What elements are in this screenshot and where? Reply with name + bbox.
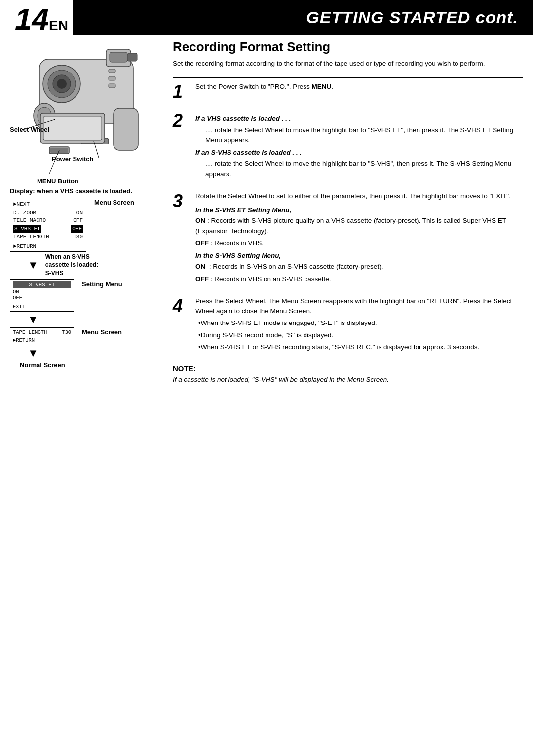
title-bar: GETTING STARTED cont. — [73, 0, 533, 35]
tape-length-row: TAPE LENGTHT30 — [13, 329, 71, 335]
section-title: Recording Format Setting — [173, 39, 523, 55]
svg-point-4 — [57, 79, 67, 89]
setting-screen-row: S-VHS ET ON OFF EXIT Setting Menu — [10, 279, 158, 312]
note-section: NOTE: If a cassette is not loaded, "S-VH… — [173, 360, 523, 385]
title-text: GETTING STARTED — [306, 8, 470, 27]
screen-return-1: ►RETURN — [13, 243, 83, 249]
camera-illustration: Select Wheel Power Switch MENU Button — [10, 39, 158, 182]
step-1: 1 Set the Power Switch to "PRO.". Press … — [173, 77, 523, 101]
step-2: 2 If a VHS cassette is loaded . . . ....… — [173, 107, 523, 181]
svg-rect-11 — [109, 84, 115, 88]
main-content: Select Wheel Power Switch MENU Button Di… — [0, 39, 533, 385]
screen-row-tele: TELE MACROOFF — [13, 216, 83, 225]
page-number: 14EN — [0, 0, 73, 35]
step-num-4: 4 — [173, 296, 190, 354]
header-title: GETTING STARTED cont. — [306, 8, 518, 27]
display-caption: Display: when a VHS cassette is loaded. — [10, 187, 158, 195]
arrow-down-1: ▼ — [28, 259, 38, 272]
menu-screen-label-1: Menu Screen — [94, 198, 134, 206]
step-3-intro: Rotate the Select Wheel to set to either… — [195, 191, 523, 201]
menu-screen-label-2: Menu Screen — [82, 327, 122, 336]
screen-flow: ►NEXT D. ZOOMON TELE MACROOFF S-VHS ETOF… — [10, 198, 158, 374]
step-num-2: 2 — [173, 111, 190, 181]
intro-text: Set the recording format according to th… — [173, 59, 523, 69]
step-2-content: If a VHS cassette is loaded . . . .... r… — [195, 111, 523, 181]
screen-row-next: ►NEXT — [13, 200, 83, 209]
step-4: 4 Press the Select Wheel. The Menu Scree… — [173, 292, 523, 354]
svg-rect-9 — [109, 69, 115, 73]
step-num-1: 1 — [173, 82, 190, 101]
step-1-text: Set the Power Switch to "PRO.". Press ME… — [195, 82, 523, 92]
step-2-heading-svhs: If an S-VHS cassette is loaded . . . — [195, 148, 523, 158]
select-wheel-label: Select Wheel — [10, 126, 49, 133]
return-row-3: ►RETURN — [13, 337, 71, 343]
page-header: 14EN GETTING STARTED cont. — [0, 0, 533, 35]
screen-row-svhset: S-VHS ETOFF — [13, 225, 83, 233]
svg-rect-19 — [43, 116, 102, 140]
step-2-text-vhs: .... rotate the Select Wheel to move the… — [195, 125, 523, 145]
menu-button-label: MENU Button — [37, 178, 78, 185]
step-4-bullet-1: •When the S-VHS ET mode is engaged, "S-E… — [195, 318, 523, 328]
step-3-content: Rotate the Select Wheel to set to either… — [195, 191, 523, 286]
step-4-text: Press the Select Wheel. The Menu Screen … — [195, 296, 523, 317]
arrow-block-2: ▼ — [28, 313, 158, 326]
arrow-block-3: ▼ — [28, 347, 158, 360]
arrow-down-3: ▼ — [28, 347, 38, 360]
setting-screen-box: S-VHS ET ON OFF EXIT — [10, 279, 74, 312]
page-suffix: EN — [49, 19, 68, 33]
svg-rect-6 — [110, 52, 127, 62]
screen-row-dzoom: D. ZOOMON — [13, 209, 83, 217]
normal-screen-label-container: Normal Screen — [15, 361, 158, 369]
setting-menu-label: Setting Menu — [82, 279, 122, 288]
step-1-content: Set the Power Switch to "PRO.". Press ME… — [195, 82, 523, 101]
step-num-3: 3 — [173, 191, 190, 286]
step-4-bullet-2: •During S-VHS record mode, "S" is displa… — [195, 330, 523, 340]
menu-screen-row-1: ►NEXT D. ZOOMON TELE MACROOFF S-VHS ETOF… — [10, 198, 158, 252]
step-3-on-svhs: ON : Records in S-VHS on an S-VHS casset… — [195, 262, 523, 272]
step-4-content: Press the Select Wheel. The Menu Screen … — [195, 296, 523, 354]
svg-rect-7 — [127, 53, 137, 61]
step-3-on-svhs-et: ON : Records with S-VHS picture quality … — [195, 216, 523, 236]
step-4-bullet-3: •When S-VHS ET or S-VHS recording starts… — [195, 342, 523, 352]
step-3: 3 Rotate the Select Wheel to set to eith… — [173, 187, 523, 286]
step-3-heading-svhs-menu: In the S-VHS Setting Menu, — [195, 251, 523, 261]
step-3-heading-svhs-et: In the S-VHS ET Setting Menu, — [195, 205, 523, 215]
setting-row-off: OFF — [13, 295, 71, 301]
when-svhs-note: When an S-VHScassette is loaded:S-VHS — [45, 253, 98, 278]
arrow-down-2: ▼ — [28, 313, 38, 326]
note-text: If a cassette is not loaded, "S-VHS" wil… — [173, 375, 523, 385]
step-3-off-svhs: OFF : Records in VHS on an S-VHS cassett… — [195, 274, 523, 284]
setting-screen-title: S-VHS ET — [13, 281, 71, 288]
left-column: Select Wheel Power Switch MENU Button Di… — [10, 39, 168, 385]
right-column: Recording Format Setting Set the recordi… — [168, 39, 523, 385]
power-switch-label: Power Switch — [52, 155, 94, 163]
step-2-heading-vhs: If a VHS cassette is loaded . . . — [195, 114, 523, 124]
page-num-text: 14 — [15, 4, 49, 35]
svg-rect-10 — [109, 76, 115, 80]
screen-row-tape: TAPE LENGTHT30 — [13, 233, 83, 241]
setting-row-exit: EXIT — [13, 304, 71, 310]
menu-screen-box-3: TAPE LENGTHT30 ►RETURN — [10, 327, 74, 345]
svg-rect-8 — [114, 108, 138, 150]
setting-row-on: ON — [13, 289, 71, 295]
arrow-block-1: ▼ When an S-VHScassette is loaded:S-VHS — [28, 253, 158, 278]
step-3-off-svhs-et: OFF : Records in VHS. — [195, 238, 523, 248]
title-cont: cont. — [476, 8, 518, 27]
note-title: NOTE: — [173, 364, 523, 373]
normal-screen-label: Normal Screen — [20, 361, 65, 369]
step-2-text-svhs: .... rotate the Select Wheel to move the… — [195, 159, 523, 179]
menu-screen-box-1: ►NEXT D. ZOOMON TELE MACROOFF S-VHS ETOF… — [10, 198, 86, 252]
menu-screen-row-3: TAPE LENGTHT30 ►RETURN Menu Screen — [10, 327, 158, 345]
